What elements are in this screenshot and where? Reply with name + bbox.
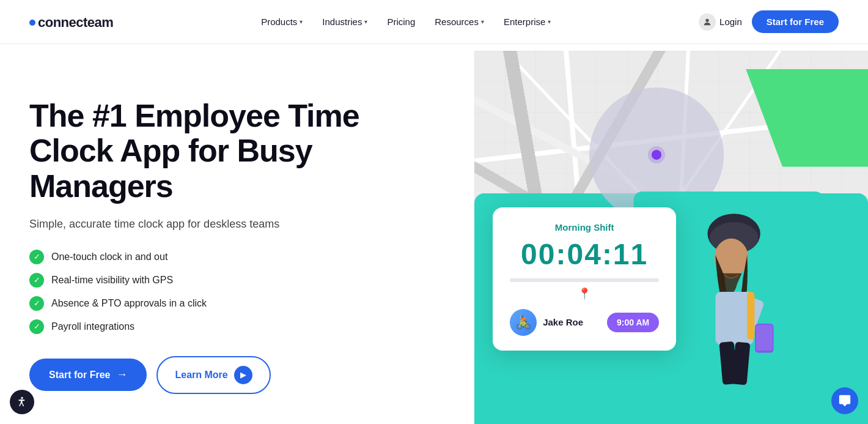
hero-left: The #1 Employee Time Clock App for Busy … bbox=[29, 99, 474, 394]
clock-bar bbox=[510, 278, 659, 282]
hero-section: The #1 Employee Time Clock App for Busy … bbox=[0, 44, 868, 424]
feature-item-4: ✓ Payroll integrations bbox=[29, 319, 450, 334]
feature-item-2: ✓ Real-time visibility with GPS bbox=[29, 273, 450, 288]
logo[interactable]: connecteam bbox=[29, 13, 113, 31]
check-icon-1: ✓ bbox=[29, 250, 44, 264]
learn-more-button[interactable]: Learn More ▶ bbox=[156, 356, 270, 394]
clock-card: Morning Shift 00:04:11 📍 Jake Roe 9:00 A… bbox=[493, 207, 676, 351]
svg-rect-18 bbox=[747, 292, 754, 340]
feature-item-3: ✓ Absence & PTO approvals in a click bbox=[29, 296, 450, 311]
nav-links: Products ▾ Industries ▾ Pricing Resource… bbox=[252, 12, 559, 32]
nav-item-enterprise[interactable]: Enterprise ▾ bbox=[495, 12, 559, 32]
clock-bar-fill bbox=[510, 278, 577, 282]
check-icon-4: ✓ bbox=[29, 319, 44, 334]
arrow-right-icon: → bbox=[116, 368, 127, 381]
shift-label: Morning Shift bbox=[510, 222, 659, 232]
check-icon-2: ✓ bbox=[29, 273, 44, 288]
chevron-down-icon: ▾ bbox=[548, 18, 551, 25]
logo-text: connecteam bbox=[29, 13, 113, 31]
chevron-down-icon: ▾ bbox=[364, 18, 367, 25]
features-list: ✓ One-touch clock in and out ✓ Real-time… bbox=[29, 250, 450, 334]
chevron-down-icon: ▾ bbox=[300, 18, 303, 25]
nav-item-industries[interactable]: Industries ▾ bbox=[314, 12, 376, 32]
start-for-free-hero-button[interactable]: Start for Free → bbox=[29, 359, 147, 391]
location-dot bbox=[652, 150, 661, 160]
feature-item-1: ✓ One-touch clock in and out bbox=[29, 250, 450, 264]
chat-button[interactable] bbox=[831, 387, 858, 414]
location-pin-icon: 📍 bbox=[510, 287, 659, 300]
svg-rect-17 bbox=[756, 324, 773, 350]
user-row: Jake Roe 9:00 AM bbox=[510, 309, 659, 336]
start-for-free-nav-button[interactable]: Start for Free bbox=[752, 10, 839, 33]
chevron-down-icon: ▾ bbox=[481, 18, 484, 25]
nav-item-products[interactable]: Products ▾ bbox=[252, 12, 311, 32]
nav-item-pricing[interactable]: Pricing bbox=[378, 12, 424, 32]
user-icon bbox=[699, 13, 716, 31]
svg-point-21 bbox=[21, 397, 23, 399]
hero-subtitle: Simple, accurate time clock app for desk… bbox=[29, 216, 450, 232]
hero-ctas: Start for Free → Learn More ▶ bbox=[29, 356, 450, 394]
clock-time: 00:04:11 bbox=[510, 237, 659, 271]
nav-right: Login Start for Free bbox=[699, 10, 839, 33]
login-button[interactable]: Login bbox=[699, 13, 742, 31]
user-time-badge: 9:00 AM bbox=[607, 313, 659, 332]
accessibility-button[interactable] bbox=[10, 390, 34, 414]
nav-item-resources[interactable]: Resources ▾ bbox=[426, 12, 493, 32]
hero-title: The #1 Employee Time Clock App for Busy … bbox=[29, 99, 450, 204]
svg-point-0 bbox=[705, 18, 708, 21]
user-name: Jake Roe bbox=[543, 317, 583, 327]
check-icon-3: ✓ bbox=[29, 296, 44, 311]
hero-right: Morning Shift 00:04:11 📍 Jake Roe 9:00 A… bbox=[474, 69, 839, 424]
play-icon: ▶ bbox=[234, 366, 252, 384]
navigation: connecteam Products ▾ Industries ▾ Prici… bbox=[0, 0, 868, 44]
user-avatar bbox=[510, 309, 537, 336]
